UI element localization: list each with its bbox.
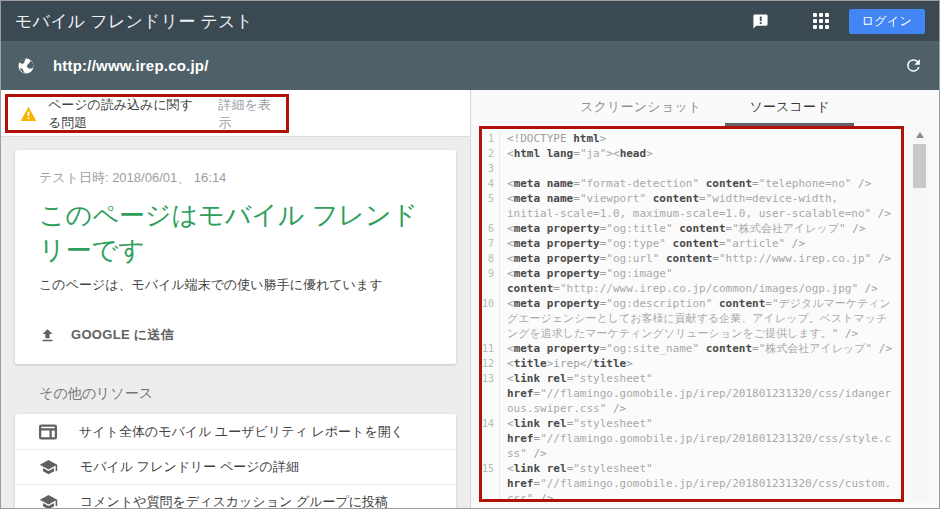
line-number: 11 xyxy=(482,341,500,356)
code-text: <meta name="format-detection" content="t… xyxy=(500,176,901,191)
code-text: <link rel="stylesheet" href="//flamingo.… xyxy=(500,416,901,461)
code-text: <link rel="stylesheet" href="//flamingo.… xyxy=(500,461,901,502)
line-number: 3 xyxy=(482,161,500,176)
code-text: <html lang="ja"><head> xyxy=(500,146,901,161)
warning-icon xyxy=(20,106,37,121)
url-bar: http://www.irep.co.jp/ xyxy=(1,41,939,90)
refresh-button[interactable] xyxy=(903,56,923,76)
submit-to-google-label: GOOGLE に送信 xyxy=(71,326,174,344)
warning-text: ページの読み込みに関する問題 xyxy=(48,96,205,132)
code-line: 14<link rel="stylesheet" href="//flaming… xyxy=(482,416,901,461)
code-line: 15<link rel="stylesheet" href="//flaming… xyxy=(482,461,901,502)
code-text: <meta property="og:site_name" content="株… xyxy=(500,341,901,356)
scrollbar-thumb[interactable] xyxy=(913,144,926,188)
feedback-icon xyxy=(752,13,769,30)
line-number: 7 xyxy=(482,236,500,251)
header-actions: ログイン xyxy=(751,9,925,34)
submit-to-google-button[interactable]: GOOGLE に送信 xyxy=(39,326,174,344)
apps-grid-button[interactable] xyxy=(811,11,831,31)
line-number: 6 xyxy=(482,221,500,236)
code-line: 11<meta property="og:site_name" content=… xyxy=(482,341,901,356)
code-line: 2<html lang="ja"><head> xyxy=(482,146,901,161)
left-panel: ページの読み込みに関する問題 詳細を表示 テスト日時: 2018/06/01、 … xyxy=(1,90,471,508)
code-text: <meta property="og:image" content="http:… xyxy=(500,266,901,296)
resource-link[interactable]: サイト全体のモバイル ユーザビリティ レポートを開く xyxy=(15,414,456,449)
code-line: 5<meta name="viewport" content="width=de… xyxy=(482,191,901,221)
line-number: 8 xyxy=(482,251,500,266)
left-body: テスト日時: 2018/06/01、 16:14 このページはモバイル フレンド… xyxy=(1,137,470,508)
code-line: 12<title>irep</title> xyxy=(482,356,901,371)
resource-label: コメントや質問をディスカッション グループに投稿 xyxy=(80,493,388,508)
code-line: 6<meta property="og:title" content="株式会社… xyxy=(482,221,901,236)
upload-icon xyxy=(39,327,56,344)
code-scrollbar xyxy=(911,128,928,502)
line-number: 5 xyxy=(482,191,500,221)
result-description: このページは、モバイル端末での使い勝手に優れています xyxy=(39,276,432,294)
code-line: 4<meta name="format-detection" content="… xyxy=(482,176,901,191)
line-number: 14 xyxy=(482,416,500,461)
feedback-button[interactable] xyxy=(751,11,771,31)
code-line: 1<!DOCTYPE html> xyxy=(482,131,901,146)
resource-link[interactable]: モバイル フレンドリー ページの詳細 xyxy=(15,449,456,484)
line-number: 13 xyxy=(482,371,500,416)
tab-source-code[interactable]: ソースコード xyxy=(725,90,853,126)
code-line: 9<meta property="og:image" content="http… xyxy=(482,266,901,296)
code-line: 8<meta property="og:url" content="http:/… xyxy=(482,251,901,266)
code-text: <link rel="stylesheet" href="//flamingo.… xyxy=(500,371,901,416)
code-text: <meta name="viewport" content="width=dev… xyxy=(500,191,901,221)
scrollbar-up-arrow[interactable] xyxy=(911,128,928,142)
source-code-view[interactable]: 1<!DOCTYPE html>2<html lang="ja"><head>3… xyxy=(479,126,904,502)
app-title: モバイル フレンドリー テスト xyxy=(15,10,253,33)
other-resources-heading: その他のリソース xyxy=(39,385,456,403)
content: ページの読み込みに関する問題 詳細を表示 テスト日時: 2018/06/01、 … xyxy=(1,90,939,508)
mobile-friendly-test-app: モバイル フレンドリー テスト ログイン xyxy=(0,0,940,509)
line-number: 12 xyxy=(482,356,500,371)
code-line: 10<meta property="og:description" conten… xyxy=(482,296,901,341)
line-number: 1 xyxy=(482,131,500,146)
code-line: 3 xyxy=(482,161,901,176)
code-text: <meta property="og:title" content="株式会社ア… xyxy=(500,221,901,236)
result-card: テスト日時: 2018/06/01、 16:14 このページはモバイル フレンド… xyxy=(15,150,456,364)
code-text: <!DOCTYPE html> xyxy=(500,131,901,146)
resource-label: モバイル フレンドリー ページの詳細 xyxy=(80,458,299,476)
code-text: <meta property="og:type" content="articl… xyxy=(500,236,901,251)
login-button[interactable]: ログイン xyxy=(849,9,925,34)
code-text: <meta property="og:url" content="http://… xyxy=(500,251,901,266)
page-loading-issues-banner[interactable]: ページの読み込みに関する問題 詳細を表示 xyxy=(5,94,289,133)
warning-strip: ページの読み込みに関する問題 詳細を表示 xyxy=(1,90,470,137)
result-heading: このページはモバイル フレンドリーです xyxy=(39,198,432,268)
code-line: 7<meta property="og:type" content="artic… xyxy=(482,236,901,251)
school-icon xyxy=(39,494,58,509)
resources-card: サイト全体のモバイル ユーザビリティ レポートを開く モバイル フレンドリー ペ… xyxy=(15,414,456,508)
line-number: 4 xyxy=(482,176,500,191)
code-text xyxy=(500,161,901,176)
code-text: <title>irep</title> xyxy=(500,356,901,371)
url-input[interactable]: http://www.irep.co.jp/ xyxy=(53,57,209,74)
tab-screenshot[interactable]: スクリーンショット xyxy=(556,90,725,126)
resource-link[interactable]: コメントや質問をディスカッション グループに投稿 xyxy=(15,484,456,508)
app-header: モバイル フレンドリー テスト ログイン xyxy=(1,1,939,41)
line-number: 15 xyxy=(482,461,500,502)
line-number: 9 xyxy=(482,266,500,296)
line-number: 2 xyxy=(482,146,500,161)
code-line: 13<link rel="stylesheet" href="//flaming… xyxy=(482,371,901,416)
report-icon xyxy=(39,424,57,440)
tab-bar: スクリーンショットソースコード xyxy=(471,90,939,126)
apps-grid-icon xyxy=(813,13,829,29)
line-number: 10 xyxy=(482,296,500,341)
school-icon xyxy=(39,459,58,476)
test-date: テスト日時: 2018/06/01、 16:14 xyxy=(39,169,432,187)
show-details-link[interactable]: 詳細を表示 xyxy=(219,96,274,132)
refresh-icon xyxy=(904,56,923,75)
code-text: <meta property="og:description" content=… xyxy=(500,296,901,341)
resource-label: サイト全体のモバイル ユーザビリティ レポートを開く xyxy=(79,423,404,441)
globe-icon xyxy=(17,57,35,75)
right-panel: スクリーンショットソースコード 1<!DOCTYPE html>2<html l… xyxy=(471,90,939,508)
